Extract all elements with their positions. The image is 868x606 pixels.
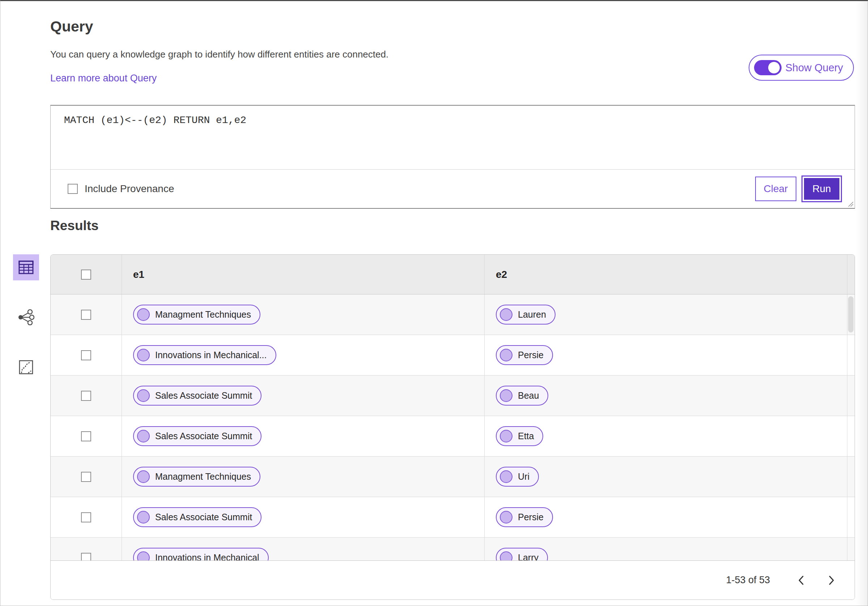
results-view-switcher [13, 254, 39, 380]
entity-label: Lauren [518, 309, 546, 320]
table-view-icon [19, 261, 34, 274]
row-checkbox-cell [51, 295, 122, 335]
entity-pill[interactable]: Managment Techniques [133, 305, 260, 325]
entity-label: Sales Associate Summit [155, 390, 252, 401]
toggle-switch-icon[interactable] [754, 60, 781, 75]
table-row: Sales Associate Summit Persie [51, 497, 855, 538]
table-row: Sales Associate Summit Beau [51, 376, 855, 416]
entity-pill[interactable]: Lauren [496, 305, 555, 325]
results-table: e1 e2 Managment Techniques Lauren [50, 254, 855, 600]
entity-label: Persie [518, 512, 544, 522]
entity-node-icon [137, 430, 150, 443]
entity-pill[interactable]: Persie [496, 345, 553, 365]
row-checkbox-cell [51, 538, 122, 560]
learn-more-link[interactable]: Learn more about Query [50, 73, 157, 84]
select-all-checkbox[interactable] [81, 270, 91, 280]
header-cell-e1[interactable]: e1 [122, 255, 485, 294]
chevron-left-icon [798, 575, 804, 585]
entity-node-icon [137, 349, 150, 361]
include-provenance-checkbox[interactable] [68, 184, 78, 194]
entity-label: Sales Associate Summit [155, 431, 252, 441]
row-checkbox[interactable] [81, 431, 91, 441]
entity-pill[interactable]: Sales Associate Summit [133, 386, 262, 406]
entity-pill[interactable]: Beau [496, 386, 548, 406]
resize-handle-icon[interactable] [847, 200, 854, 207]
entity-label: Managment Techniques [155, 309, 251, 320]
row-scroll-gutter [847, 497, 855, 537]
row-checkbox-cell [51, 497, 122, 537]
page-title: Query [50, 18, 93, 35]
table-body: Managment Techniques Lauren Innovations … [51, 295, 855, 560]
entity-pill[interactable]: Sales Associate Summit [133, 507, 262, 527]
entity-pill[interactable]: Larry [496, 548, 548, 560]
row-checkbox[interactable] [81, 310, 91, 320]
pagination-next-button[interactable] [823, 572, 840, 589]
entity-pill[interactable]: Etta [496, 426, 543, 446]
table-pagination-bar: 1-53 of 53 [51, 560, 855, 600]
row-checkbox[interactable] [81, 553, 91, 561]
chevron-right-icon [829, 575, 834, 585]
entity-node-icon [137, 470, 150, 483]
map-view-button[interactable] [13, 354, 39, 380]
cell-e1: Sales Associate Summit [122, 497, 485, 537]
column-label-e2: e2 [485, 269, 507, 280]
table-view-button[interactable] [13, 254, 39, 280]
entity-label: Larry [518, 552, 538, 560]
include-provenance-label: Include Provenance [85, 183, 174, 195]
cell-e1: Innovations in Mechanical [122, 538, 485, 560]
entity-node-icon [137, 389, 150, 402]
cell-e1: Sales Associate Summit [122, 376, 485, 416]
entity-node-icon [137, 308, 150, 321]
entity-label: Innovations in Mechanical [155, 552, 259, 560]
entity-label: Innovations in Mechanical... [155, 350, 267, 360]
row-scroll-gutter [847, 335, 855, 375]
row-checkbox[interactable] [81, 512, 91, 522]
row-checkbox-cell [51, 416, 122, 456]
cell-e2: Etta [485, 416, 847, 456]
pagination-range-label: 1-53 of 53 [726, 575, 770, 586]
column-label-e1: e1 [122, 269, 144, 280]
header-scroll-gutter [847, 255, 855, 294]
query-editor-panel: MATCH (e1)<--(e2) RETURN e1,e2 Include P… [50, 105, 855, 209]
row-checkbox[interactable] [81, 472, 91, 482]
cell-e1: Managment Techniques [122, 295, 485, 335]
row-checkbox-cell [51, 335, 122, 375]
cell-e1: Innovations in Mechanical... [122, 335, 485, 375]
query-input[interactable]: MATCH (e1)<--(e2) RETURN e1,e2 [51, 106, 855, 170]
query-page: Query You can query a knowledge graph to… [0, 0, 868, 606]
results-title: Results [50, 218, 99, 233]
entity-node-icon [500, 349, 513, 361]
page-description: You can query a knowledge graph to ident… [50, 49, 388, 60]
header-cell-e2[interactable]: e2 [485, 255, 847, 294]
right-edge-shadow [856, 1, 868, 606]
cell-e2: Persie [485, 335, 847, 375]
entity-label: Etta [518, 431, 534, 441]
graph-view-icon [18, 309, 34, 325]
row-checkbox[interactable] [81, 391, 91, 401]
table-header-row: e1 e2 [51, 255, 855, 295]
cell-e2: Lauren [485, 295, 847, 335]
row-checkbox-cell [51, 457, 122, 497]
table-row: Sales Associate Summit Etta [51, 416, 855, 457]
entity-pill[interactable]: Innovations in Mechanical... [133, 345, 276, 365]
row-checkbox[interactable] [81, 350, 91, 360]
entity-label: Beau [518, 390, 539, 401]
header-checkbox-cell [51, 255, 122, 294]
entity-label: Managment Techniques [155, 471, 251, 482]
run-button[interactable]: Run [804, 178, 839, 200]
cell-e2: Persie [485, 497, 847, 537]
entity-pill[interactable]: Uri [496, 467, 539, 486]
graph-view-button[interactable] [13, 304, 39, 330]
pagination-prev-button[interactable] [792, 572, 810, 589]
entity-node-icon [500, 430, 513, 443]
table-row: Innovations in Mechanical Larry [51, 538, 855, 560]
toggle-knob [768, 62, 780, 74]
entity-pill[interactable]: Persie [496, 507, 553, 527]
entity-pill[interactable]: Sales Associate Summit [133, 426, 262, 446]
entity-pill[interactable]: Managment Techniques [133, 467, 260, 486]
show-query-toggle[interactable]: Show Query [749, 54, 854, 81]
clear-button[interactable]: Clear [755, 177, 797, 201]
entity-pill[interactable]: Innovations in Mechanical [133, 548, 269, 560]
entity-node-icon [500, 511, 513, 524]
table-scrollbar-thumb[interactable] [848, 296, 854, 333]
